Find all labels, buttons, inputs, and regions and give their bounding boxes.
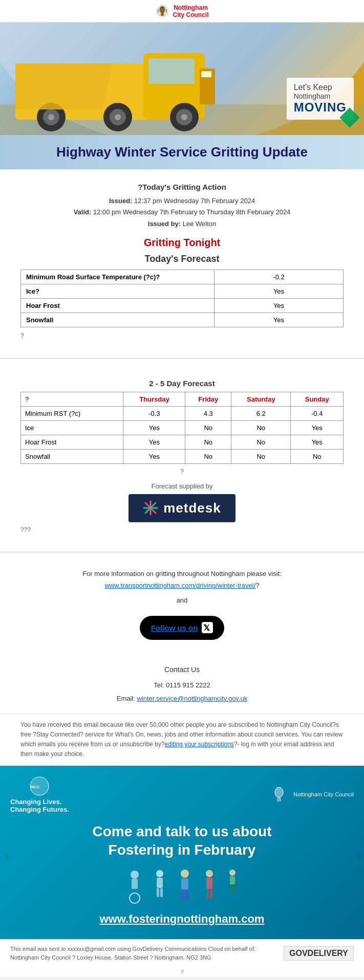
fostering-main-text: Come and talk to us about Fostering in F… [92,822,271,860]
svg-text:𝕏: 𝕏 [203,623,210,632]
forecast-row-label: Minimum Road Surface Temperature (?c)? [21,270,215,284]
ncc-logo-area: Nottingham City Council [269,784,354,805]
svg-rect-47 [230,884,232,893]
person-figure-2 [151,868,169,904]
govdelivery-logo: GOVDELIVERY [284,946,354,961]
cell-value: No [291,449,344,463]
valid-value: 12:00 pm Wednesday 7th February to Thurs… [93,208,290,216]
forecast-row-value: -0.2 [215,270,344,284]
cell-value: -0.3 [123,406,185,420]
forecast-row-label: Hoar Frost [21,298,215,313]
ncc-coat-icon [269,784,289,805]
multi-day-table: ? Thursday Friday Saturday Sunday Minimu… [20,392,344,464]
side-qmark-right: ? [355,852,361,864]
contact-section: Contact Us Tel: 0115 915 2222 Email: win… [0,657,364,714]
cell-value: -0.4 [291,406,344,420]
fostering-banner: NCC Changing Lives. Changing Futures. No… [0,766,364,940]
svg-rect-38 [181,878,188,889]
metdesk-star-icon [143,500,158,516]
follow-us-label: Follow us on [151,621,198,635]
gritting-tonight-label: Gritting Tonight [20,237,344,249]
table-row: Hoar Frost Yes No No Yes [21,435,344,449]
row-label: Ice [21,420,123,435]
fostering-line2: Fostering in February [109,842,256,858]
coat-of-arms-icon [155,4,169,18]
forecast-row-value: Yes [215,284,344,298]
meta-info: Issued: 12:37 pm Wednesday 7th February … [20,195,344,229]
main-content: ?Today's Gritting Action Issued: 12:37 p… [0,169,364,350]
cell-value: No [231,420,291,435]
row-label: Snowfall [21,449,123,463]
info-link-line: www.transportnottingham.com/driving/wint… [20,580,344,591]
blue-banner: Highway Winter Service Gritting Update [0,135,364,169]
bottom-footer-text: This email was sent to xxxxxx@gmail.com … [10,945,284,962]
svg-rect-39 [181,889,184,900]
svg-rect-36 [160,888,163,897]
cell-value: No [185,449,231,463]
hero-image: Let's Keep Nottingham MOVING [0,23,364,135]
tel-label: Tel: [154,681,164,689]
issued-line: Issued: 12:37 pm Wednesday 7th February … [20,195,344,207]
cell-value: No [185,435,231,449]
fostering-top-row: NCC Changing Lives. Changing Futures. No… [10,776,354,813]
page-title: Highway Winter Service Gritting Update [10,144,354,160]
svg-rect-44 [210,889,212,899]
valid-line: Valid: 12:00 pm Wednesday 7th February t… [20,207,344,218]
svg-point-32 [130,893,140,903]
section-divider [0,358,364,359]
svg-rect-29 [277,797,281,801]
svg-rect-35 [157,888,159,897]
cell-value: Yes [123,435,185,449]
metdesk-logo[interactable]: metdesk [129,494,235,522]
person-figure-4 [201,868,219,904]
side-qmark-left: ? [3,852,9,864]
person-figure-3 [175,868,195,904]
issued-by-value: Lee Welton [183,220,217,228]
issued-by-label: Issued by: [148,220,181,228]
logo-line1: Nottingham [173,4,208,11]
cell-value: Yes [291,435,344,449]
svg-point-17 [181,114,187,120]
cell-value: 4.3 [185,406,231,420]
issued-label: Issued: [109,197,133,205]
info-text: For more information on gritting through… [20,568,344,580]
svg-point-45 [229,870,235,876]
multi-day-note: ? [20,468,344,475]
svg-rect-19 [201,71,211,77]
changing-lives-box: NCC Changing Lives. Changing Futures. [10,776,69,813]
forecast-supplied-text: Forecast supplied by [20,482,344,490]
todays-forecast-table: Minimum Road Surface Temperature (?c)? -… [20,270,344,327]
svg-rect-7 [148,58,195,84]
email-line: Email: winter.service@nottinghamcity.gov… [20,692,344,705]
table-row: Ice Yes No No Yes [21,420,344,435]
multi-day-title: 2 - 5 Day Forecast [20,379,344,388]
editing-subscriptions-link[interactable]: editing your subscriptions [164,741,233,748]
fostering-people [124,868,240,904]
forecast-row-value: Yes [215,298,344,313]
transport-link[interactable]: www.transportnottingham.com/driving/wint… [104,582,255,589]
issued-by-line: Issued by: Lee Welton [20,218,344,230]
follow-us-button[interactable]: Follow us on 𝕏 [140,616,225,640]
changing-lives-line1: Changing Lives. [10,798,61,806]
changing-lives-line2: Changing Futures. [10,806,69,813]
cell-value: No [231,449,291,463]
svg-rect-43 [206,889,209,899]
hero-tagline-line3: MOVING [294,100,347,115]
svg-point-28 [275,787,283,797]
cell-value: Yes [123,420,185,435]
metdesk-logo-text: metdesk [143,500,221,516]
email-link[interactable]: winter.service@nottinghamcity.gov.uk [137,695,247,702]
final-note: ? [0,967,364,977]
col-sunday-header: Sunday [291,392,344,406]
cell-value: Yes [123,449,185,463]
fostering-url[interactable]: www.fosteringnottingham.com [100,912,265,926]
header: Nottingham City Council [0,0,364,23]
svg-rect-42 [206,878,212,889]
hero-tagline-line1: Let's Keep [294,83,347,92]
email-label: Email: [117,695,135,702]
svg-rect-2 [161,13,164,16]
header-logo: Nottingham City Council [155,4,208,19]
info-section: For more information on gritting through… [0,560,364,657]
logo-line2: City Council [173,11,208,18]
svg-rect-40 [185,889,188,900]
